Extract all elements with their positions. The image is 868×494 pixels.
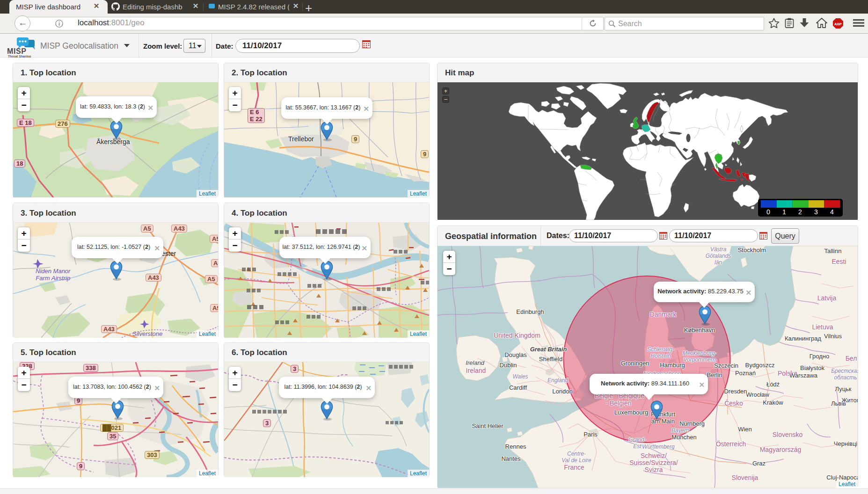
- svg-text:MISP: MISP: [7, 47, 27, 55]
- svg-text:1: 1: [782, 208, 786, 216]
- svg-text:2: 2: [798, 208, 802, 216]
- svg-text:4: 4: [830, 208, 834, 216]
- svg-text:Threat Sharing: Threat Sharing: [8, 55, 31, 58]
- svg-text:0: 0: [766, 208, 770, 216]
- svg-text:3: 3: [814, 208, 818, 216]
- svg-text:ABP: ABP: [834, 22, 842, 26]
